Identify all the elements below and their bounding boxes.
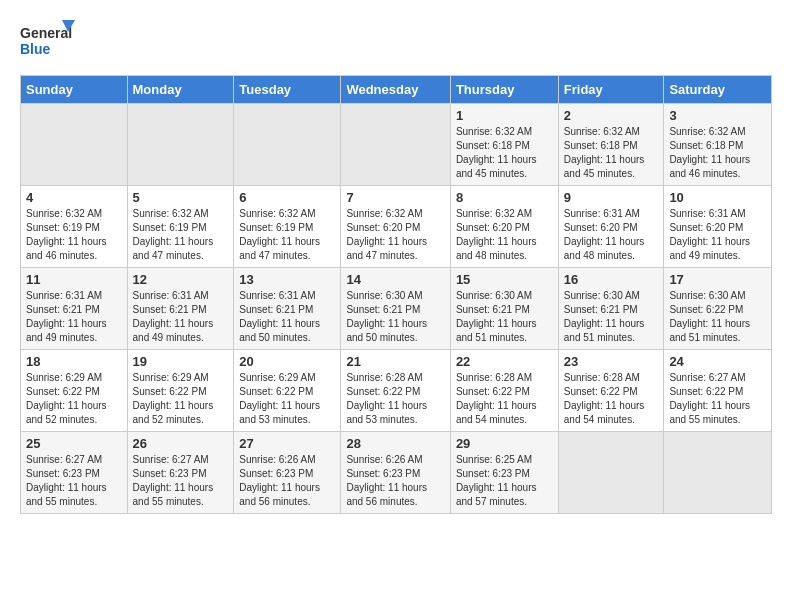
day-info: Sunrise: 6:31 AM Sunset: 6:21 PM Dayligh… — [239, 290, 320, 343]
calendar-cell: 12Sunrise: 6:31 AM Sunset: 6:21 PM Dayli… — [127, 268, 234, 350]
calendar-cell — [664, 432, 772, 514]
day-info: Sunrise: 6:28 AM Sunset: 6:22 PM Dayligh… — [456, 372, 537, 425]
calendar-cell: 14Sunrise: 6:30 AM Sunset: 6:21 PM Dayli… — [341, 268, 450, 350]
page-header: GeneralBlue — [20, 20, 772, 65]
day-info: Sunrise: 6:30 AM Sunset: 6:22 PM Dayligh… — [669, 290, 750, 343]
svg-text:Blue: Blue — [20, 41, 51, 57]
calendar-header-row: SundayMondayTuesdayWednesdayThursdayFrid… — [21, 76, 772, 104]
calendar-cell: 28Sunrise: 6:26 AM Sunset: 6:23 PM Dayli… — [341, 432, 450, 514]
calendar-cell: 23Sunrise: 6:28 AM Sunset: 6:22 PM Dayli… — [558, 350, 664, 432]
day-number: 22 — [456, 354, 553, 369]
day-info: Sunrise: 6:27 AM Sunset: 6:22 PM Dayligh… — [669, 372, 750, 425]
calendar-body: 1Sunrise: 6:32 AM Sunset: 6:18 PM Daylig… — [21, 104, 772, 514]
day-info: Sunrise: 6:28 AM Sunset: 6:22 PM Dayligh… — [346, 372, 427, 425]
calendar-cell — [341, 104, 450, 186]
day-info: Sunrise: 6:31 AM Sunset: 6:20 PM Dayligh… — [669, 208, 750, 261]
day-info: Sunrise: 6:32 AM Sunset: 6:19 PM Dayligh… — [26, 208, 107, 261]
day-number: 5 — [133, 190, 229, 205]
day-info: Sunrise: 6:26 AM Sunset: 6:23 PM Dayligh… — [346, 454, 427, 507]
day-number: 21 — [346, 354, 444, 369]
calendar-week-row: 11Sunrise: 6:31 AM Sunset: 6:21 PM Dayli… — [21, 268, 772, 350]
day-number: 2 — [564, 108, 659, 123]
calendar-cell — [127, 104, 234, 186]
day-number: 27 — [239, 436, 335, 451]
day-info: Sunrise: 6:31 AM Sunset: 6:20 PM Dayligh… — [564, 208, 645, 261]
svg-text:General: General — [20, 25, 72, 41]
calendar-cell: 5Sunrise: 6:32 AM Sunset: 6:19 PM Daylig… — [127, 186, 234, 268]
calendar-cell: 10Sunrise: 6:31 AM Sunset: 6:20 PM Dayli… — [664, 186, 772, 268]
calendar-week-row: 18Sunrise: 6:29 AM Sunset: 6:22 PM Dayli… — [21, 350, 772, 432]
calendar-cell: 4Sunrise: 6:32 AM Sunset: 6:19 PM Daylig… — [21, 186, 128, 268]
day-number: 1 — [456, 108, 553, 123]
calendar-cell — [234, 104, 341, 186]
day-number: 25 — [26, 436, 122, 451]
calendar-cell: 22Sunrise: 6:28 AM Sunset: 6:22 PM Dayli… — [450, 350, 558, 432]
day-info: Sunrise: 6:32 AM Sunset: 6:20 PM Dayligh… — [456, 208, 537, 261]
day-number: 7 — [346, 190, 444, 205]
calendar-header-cell: Saturday — [664, 76, 772, 104]
calendar-cell — [558, 432, 664, 514]
day-number: 23 — [564, 354, 659, 369]
day-info: Sunrise: 6:30 AM Sunset: 6:21 PM Dayligh… — [564, 290, 645, 343]
calendar-cell: 20Sunrise: 6:29 AM Sunset: 6:22 PM Dayli… — [234, 350, 341, 432]
calendar-header-cell: Thursday — [450, 76, 558, 104]
calendar-cell: 21Sunrise: 6:28 AM Sunset: 6:22 PM Dayli… — [341, 350, 450, 432]
calendar-cell: 6Sunrise: 6:32 AM Sunset: 6:19 PM Daylig… — [234, 186, 341, 268]
day-info: Sunrise: 6:28 AM Sunset: 6:22 PM Dayligh… — [564, 372, 645, 425]
calendar-cell: 9Sunrise: 6:31 AM Sunset: 6:20 PM Daylig… — [558, 186, 664, 268]
day-number: 6 — [239, 190, 335, 205]
day-info: Sunrise: 6:25 AM Sunset: 6:23 PM Dayligh… — [456, 454, 537, 507]
day-number: 20 — [239, 354, 335, 369]
calendar-cell: 7Sunrise: 6:32 AM Sunset: 6:20 PM Daylig… — [341, 186, 450, 268]
calendar-cell: 2Sunrise: 6:32 AM Sunset: 6:18 PM Daylig… — [558, 104, 664, 186]
day-info: Sunrise: 6:29 AM Sunset: 6:22 PM Dayligh… — [133, 372, 214, 425]
calendar-cell: 25Sunrise: 6:27 AM Sunset: 6:23 PM Dayli… — [21, 432, 128, 514]
calendar-cell: 1Sunrise: 6:32 AM Sunset: 6:18 PM Daylig… — [450, 104, 558, 186]
calendar-cell: 18Sunrise: 6:29 AM Sunset: 6:22 PM Dayli… — [21, 350, 128, 432]
calendar-cell: 15Sunrise: 6:30 AM Sunset: 6:21 PM Dayli… — [450, 268, 558, 350]
day-info: Sunrise: 6:31 AM Sunset: 6:21 PM Dayligh… — [26, 290, 107, 343]
day-info: Sunrise: 6:27 AM Sunset: 6:23 PM Dayligh… — [133, 454, 214, 507]
day-number: 17 — [669, 272, 766, 287]
calendar-cell: 26Sunrise: 6:27 AM Sunset: 6:23 PM Dayli… — [127, 432, 234, 514]
day-info: Sunrise: 6:29 AM Sunset: 6:22 PM Dayligh… — [239, 372, 320, 425]
day-number: 15 — [456, 272, 553, 287]
day-number: 8 — [456, 190, 553, 205]
calendar-cell — [21, 104, 128, 186]
day-info: Sunrise: 6:32 AM Sunset: 6:19 PM Dayligh… — [133, 208, 214, 261]
day-number: 13 — [239, 272, 335, 287]
day-number: 26 — [133, 436, 229, 451]
day-info: Sunrise: 6:30 AM Sunset: 6:21 PM Dayligh… — [456, 290, 537, 343]
calendar-header-cell: Tuesday — [234, 76, 341, 104]
calendar-table: SundayMondayTuesdayWednesdayThursdayFrid… — [20, 75, 772, 514]
day-number: 29 — [456, 436, 553, 451]
calendar-header-cell: Sunday — [21, 76, 128, 104]
day-info: Sunrise: 6:26 AM Sunset: 6:23 PM Dayligh… — [239, 454, 320, 507]
day-number: 28 — [346, 436, 444, 451]
calendar-cell: 3Sunrise: 6:32 AM Sunset: 6:18 PM Daylig… — [664, 104, 772, 186]
day-number: 11 — [26, 272, 122, 287]
day-number: 3 — [669, 108, 766, 123]
day-info: Sunrise: 6:32 AM Sunset: 6:18 PM Dayligh… — [564, 126, 645, 179]
calendar-cell: 13Sunrise: 6:31 AM Sunset: 6:21 PM Dayli… — [234, 268, 341, 350]
calendar-cell: 24Sunrise: 6:27 AM Sunset: 6:22 PM Dayli… — [664, 350, 772, 432]
calendar-cell: 8Sunrise: 6:32 AM Sunset: 6:20 PM Daylig… — [450, 186, 558, 268]
day-number: 9 — [564, 190, 659, 205]
calendar-header-cell: Wednesday — [341, 76, 450, 104]
day-info: Sunrise: 6:32 AM Sunset: 6:18 PM Dayligh… — [456, 126, 537, 179]
calendar-week-row: 25Sunrise: 6:27 AM Sunset: 6:23 PM Dayli… — [21, 432, 772, 514]
calendar-cell: 11Sunrise: 6:31 AM Sunset: 6:21 PM Dayli… — [21, 268, 128, 350]
day-number: 24 — [669, 354, 766, 369]
calendar-cell: 19Sunrise: 6:29 AM Sunset: 6:22 PM Dayli… — [127, 350, 234, 432]
day-number: 18 — [26, 354, 122, 369]
day-info: Sunrise: 6:27 AM Sunset: 6:23 PM Dayligh… — [26, 454, 107, 507]
calendar-header-cell: Friday — [558, 76, 664, 104]
day-info: Sunrise: 6:32 AM Sunset: 6:20 PM Dayligh… — [346, 208, 427, 261]
day-number: 4 — [26, 190, 122, 205]
logo-svg: GeneralBlue — [20, 20, 80, 65]
day-number: 12 — [133, 272, 229, 287]
calendar-header-cell: Monday — [127, 76, 234, 104]
day-number: 16 — [564, 272, 659, 287]
logo: GeneralBlue — [20, 20, 80, 65]
calendar-cell: 29Sunrise: 6:25 AM Sunset: 6:23 PM Dayli… — [450, 432, 558, 514]
